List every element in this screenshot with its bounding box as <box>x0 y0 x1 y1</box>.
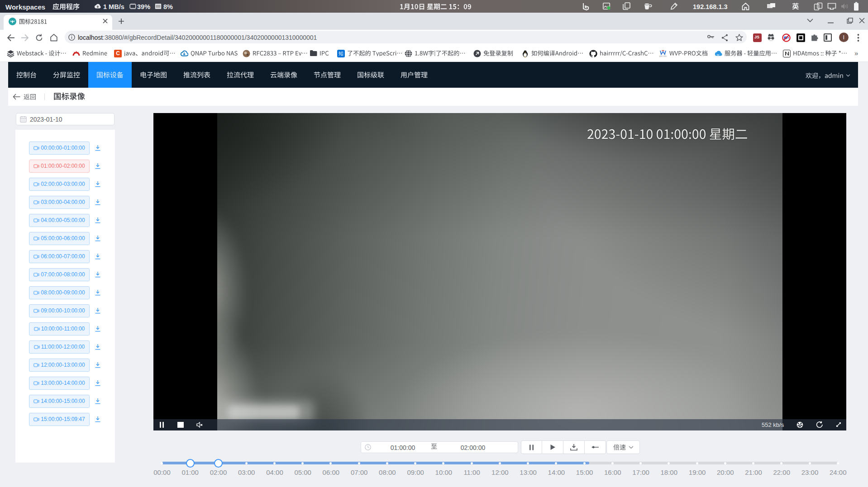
svg-text:WVP-PRO: WVP-PRO <box>659 56 667 57</box>
